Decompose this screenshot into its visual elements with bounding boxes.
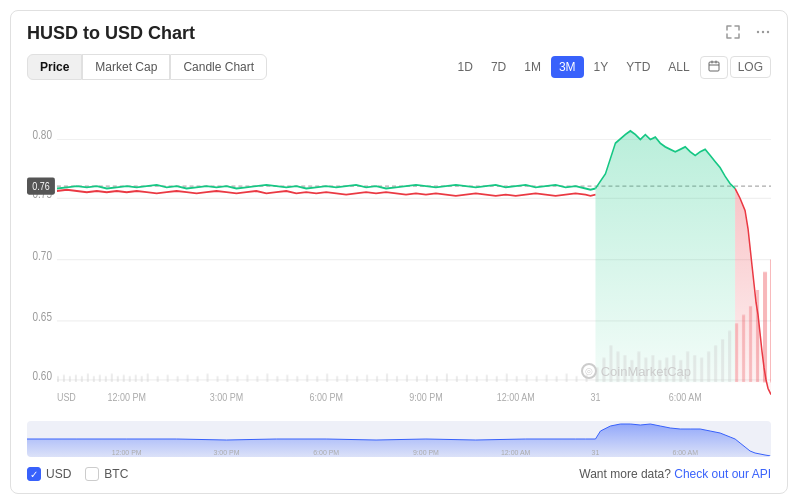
svg-rect-96 <box>721 339 724 382</box>
svg-rect-62 <box>436 376 438 382</box>
svg-rect-55 <box>366 375 368 382</box>
svg-rect-63 <box>446 374 448 383</box>
currency-toggles: USD BTC <box>27 467 128 481</box>
svg-rect-25 <box>99 375 101 382</box>
svg-rect-92 <box>693 355 696 382</box>
svg-rect-37 <box>187 375 189 382</box>
time-1y[interactable]: 1Y <box>586 56 617 78</box>
svg-rect-24 <box>93 376 95 382</box>
svg-rect-47 <box>286 375 288 382</box>
svg-point-1 <box>762 30 764 32</box>
api-link[interactable]: Check out our API <box>674 467 771 481</box>
svg-rect-89 <box>672 355 675 382</box>
more-options-icon[interactable] <box>755 24 771 44</box>
svg-rect-46 <box>276 376 278 382</box>
tab-market-cap[interactable]: Market Cap <box>82 54 170 80</box>
svg-rect-95 <box>714 345 717 382</box>
svg-rect-20 <box>69 376 71 382</box>
svg-rect-83 <box>630 360 633 382</box>
svg-rect-53 <box>346 375 348 382</box>
svg-rect-30 <box>129 376 131 382</box>
svg-text:6:00 AM: 6:00 AM <box>672 449 698 456</box>
chart-title: HUSD to USD Chart <box>27 23 195 44</box>
bottom-bar: USD BTC Want more data? Check out our AP… <box>27 463 771 481</box>
svg-rect-67 <box>486 375 488 382</box>
svg-rect-49 <box>306 375 308 382</box>
api-text: Want more data? <box>579 467 671 481</box>
svg-rect-34 <box>157 376 159 382</box>
svg-text:USD: USD <box>57 391 76 403</box>
svg-rect-41 <box>226 375 228 382</box>
svg-rect-86 <box>651 355 654 382</box>
expand-icon[interactable] <box>725 24 741 44</box>
btc-checkbox[interactable] <box>85 467 99 481</box>
btc-toggle[interactable]: BTC <box>85 467 128 481</box>
svg-text:0.70: 0.70 <box>33 249 52 262</box>
svg-text:0.80: 0.80 <box>33 129 52 142</box>
price-chart-svg: 0.80 0.75 0.70 0.65 0.60 0.76 <box>27 88 771 419</box>
time-1d[interactable]: 1D <box>450 56 481 78</box>
svg-rect-98 <box>735 323 738 382</box>
time-ytd[interactable]: YTD <box>618 56 658 78</box>
svg-rect-82 <box>623 355 626 382</box>
usd-label: USD <box>46 467 71 481</box>
mini-chart-area[interactable]: 12:00 PM 3:00 PM 6:00 PM 9:00 PM 12:00 A… <box>27 421 771 457</box>
usd-checkbox[interactable] <box>27 467 41 481</box>
svg-rect-21 <box>75 375 77 382</box>
svg-rect-68 <box>496 376 498 382</box>
calendar-button[interactable] <box>700 56 728 79</box>
svg-text:6:00 AM: 6:00 AM <box>669 391 702 403</box>
svg-rect-81 <box>616 352 619 383</box>
svg-rect-66 <box>476 376 478 382</box>
svg-rect-50 <box>316 376 318 382</box>
svg-rect-91 <box>686 352 689 383</box>
svg-rect-87 <box>658 360 661 382</box>
svg-rect-58 <box>396 376 398 382</box>
usd-toggle[interactable]: USD <box>27 467 71 481</box>
log-button[interactable]: LOG <box>730 56 771 78</box>
svg-rect-54 <box>356 376 358 382</box>
svg-rect-90 <box>679 360 682 382</box>
svg-rect-101 <box>756 290 759 382</box>
svg-rect-33 <box>147 374 149 383</box>
mini-chart-svg: 12:00 PM 3:00 PM 6:00 PM 9:00 PM 12:00 A… <box>27 421 771 457</box>
svg-text:0.60: 0.60 <box>33 369 52 382</box>
svg-rect-19 <box>63 375 65 382</box>
svg-rect-22 <box>81 376 83 382</box>
svg-rect-84 <box>637 352 640 383</box>
svg-rect-3 <box>709 62 719 71</box>
svg-text:12:00 PM: 12:00 PM <box>108 391 146 403</box>
svg-rect-59 <box>406 375 408 382</box>
tab-candle-chart[interactable]: Candle Chart <box>170 54 267 80</box>
svg-rect-39 <box>207 374 209 383</box>
svg-rect-99 <box>742 315 745 382</box>
chart-controls: Price Market Cap Candle Chart 1D 7D 1M 3… <box>27 54 771 80</box>
svg-rect-23 <box>87 374 89 383</box>
svg-rect-75 <box>566 374 568 383</box>
time-all[interactable]: ALL <box>660 56 697 78</box>
header-icons <box>725 24 771 44</box>
svg-rect-56 <box>376 376 378 382</box>
svg-rect-97 <box>728 331 731 382</box>
chart-type-tabs: Price Market Cap Candle Chart <box>27 54 267 80</box>
svg-text:9:00 PM: 9:00 PM <box>413 449 439 456</box>
svg-text:6:00 PM: 6:00 PM <box>313 449 339 456</box>
svg-rect-29 <box>123 375 125 382</box>
tab-price[interactable]: Price <box>27 54 82 80</box>
svg-rect-71 <box>526 375 528 382</box>
time-3m[interactable]: 3M <box>551 56 584 78</box>
svg-rect-94 <box>707 352 710 383</box>
time-7d[interactable]: 7D <box>483 56 514 78</box>
svg-rect-72 <box>536 376 538 382</box>
time-1m[interactable]: 1M <box>516 56 549 78</box>
svg-rect-77 <box>585 375 587 382</box>
svg-rect-28 <box>117 376 119 382</box>
svg-rect-32 <box>141 376 143 382</box>
svg-rect-73 <box>546 375 548 382</box>
svg-rect-76 <box>576 376 578 382</box>
svg-rect-64 <box>456 376 458 382</box>
svg-rect-52 <box>336 376 338 382</box>
svg-rect-102 <box>763 272 767 382</box>
svg-rect-85 <box>644 358 647 383</box>
svg-text:3:00 PM: 3:00 PM <box>213 449 239 456</box>
